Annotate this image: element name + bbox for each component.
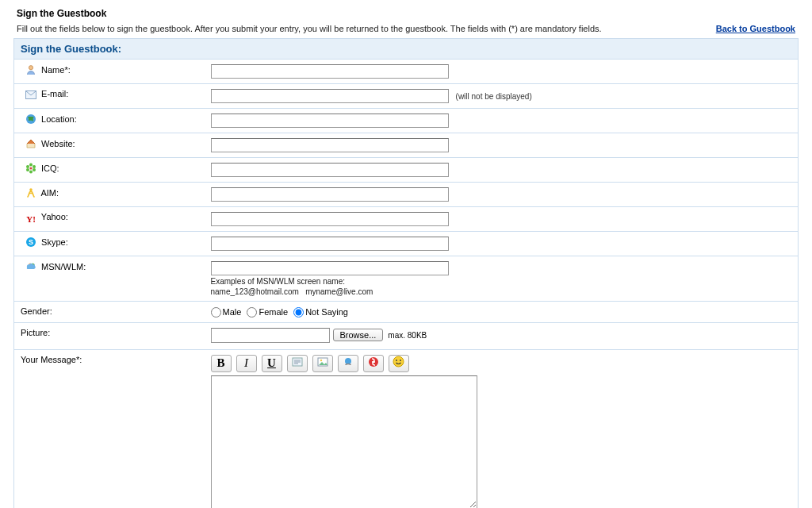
svg-point-7: [26, 168, 29, 171]
yahoo-label: Yahoo:: [41, 212, 68, 221]
svg-point-21: [393, 356, 404, 367]
gender-male-radio[interactable]: [211, 307, 221, 318]
gender-notsaying-radio[interactable]: [293, 307, 304, 318]
message-textarea[interactable]: [211, 375, 477, 508]
gender-female-label: Female: [259, 307, 288, 317]
svg-point-0: [29, 66, 33, 70]
yahoo-icon: Y!: [25, 214, 36, 225]
svg-point-23: [400, 360, 401, 361]
msn-label: MSN/WLM:: [41, 262, 86, 271]
icq-label: ICQ:: [41, 164, 59, 173]
svg-point-6: [29, 171, 33, 174]
svg-point-4: [33, 165, 36, 168]
svg-point-9: [29, 167, 32, 169]
gender-female-radio[interactable]: [247, 307, 257, 318]
image-button[interactable]: [312, 355, 333, 372]
gender-male-label: Male: [223, 307, 242, 317]
smiley-icon: [393, 356, 404, 371]
picture-maxkb: max. 80KB: [388, 331, 427, 340]
svg-point-3: [29, 164, 33, 167]
msn-example-intro: Examples of MSN/WLM screen name:: [211, 277, 792, 286]
back-to-guestbook-link[interactable]: Back to Guestbook: [716, 24, 795, 33]
email-input[interactable]: [211, 89, 449, 103]
page-subtitle: Fill out the fields below to sign the gu…: [17, 24, 602, 33]
name-input[interactable]: [211, 64, 449, 79]
message-label: Your Message*:: [21, 355, 82, 364]
svg-text:S: S: [29, 238, 33, 246]
website-input[interactable]: [211, 138, 449, 152]
quote-icon: [292, 356, 303, 371]
flash-button[interactable]: [363, 355, 384, 372]
aim-icon: [25, 187, 36, 198]
page-title: Sign the Guestbook: [13, 8, 799, 19]
skype-input[interactable]: [211, 237, 449, 251]
italic-button[interactable]: I: [236, 355, 257, 372]
editor-toolbar: B I U: [211, 355, 792, 372]
globe-icon: [25, 114, 36, 125]
aim-input[interactable]: [211, 187, 449, 202]
yahoo-input[interactable]: [211, 212, 449, 226]
icq-icon: [25, 163, 36, 174]
picture-label: Picture:: [21, 328, 50, 337]
link-icon: [343, 356, 354, 371]
location-input[interactable]: [211, 114, 449, 128]
bold-button[interactable]: B: [211, 355, 232, 372]
emoji-button[interactable]: [389, 355, 409, 372]
link-button[interactable]: [338, 355, 358, 372]
svg-point-22: [396, 360, 397, 361]
skype-label: Skype:: [41, 237, 68, 247]
msn-example-line: name_123@hotmail.com myname@live.com: [211, 287, 792, 296]
flash-icon: [368, 356, 379, 371]
underline-button[interactable]: U: [262, 355, 282, 372]
msn-input[interactable]: [211, 261, 449, 275]
name-label: Name*:: [41, 65, 71, 75]
location-label: Location:: [41, 114, 77, 124]
person-icon: [25, 64, 36, 75]
website-label: Website:: [41, 139, 75, 148]
house-icon: [25, 138, 36, 149]
gender-label: Gender:: [21, 306, 52, 316]
image-icon: [317, 356, 328, 371]
svg-point-8: [26, 165, 29, 168]
gender-notsaying-label: Not Saying: [305, 307, 348, 317]
guestbook-form: Sign the Guestbook: Name*: E-mail:: [13, 38, 799, 508]
aim-label: AIM:: [40, 188, 59, 198]
email-icon: [25, 90, 36, 102]
section-header: Sign the Guestbook:: [14, 39, 799, 60]
icq-input[interactable]: [211, 163, 449, 177]
picture-file-display: [211, 328, 330, 343]
skype-icon: S: [25, 237, 36, 248]
email-hint: (will not be displayed): [456, 92, 532, 101]
msn-icon: [25, 261, 36, 272]
svg-point-18: [320, 359, 321, 360]
svg-point-5: [33, 168, 36, 171]
browse-button[interactable]: Browse...: [333, 329, 384, 341]
quote-button[interactable]: [287, 355, 308, 372]
email-label: E-mail:: [41, 89, 68, 98]
